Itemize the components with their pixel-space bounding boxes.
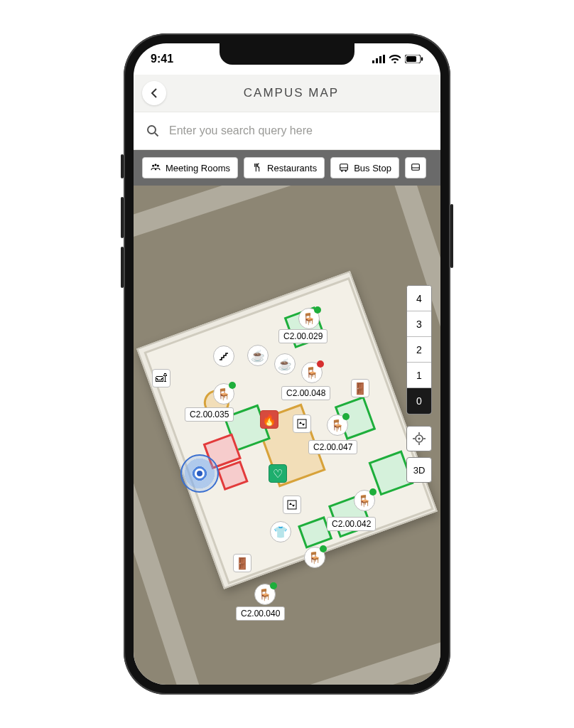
desk-icon[interactable]: 🪑 xyxy=(354,490,375,511)
svg-point-21 xyxy=(418,437,420,439)
coffee-icon[interactable]: ☕ xyxy=(274,353,296,375)
svg-point-15 xyxy=(345,171,347,172)
svg-rect-0 xyxy=(372,60,374,63)
svg-point-7 xyxy=(148,126,156,134)
svg-rect-5 xyxy=(406,56,416,62)
elevator-icon[interactable] xyxy=(293,414,311,433)
search-bar[interactable] xyxy=(134,112,440,150)
svg-rect-1 xyxy=(376,58,378,63)
bus-icon xyxy=(338,162,350,173)
svg-line-8 xyxy=(155,133,158,136)
desk-icon[interactable]: 🪑 xyxy=(304,547,325,568)
svg-rect-18 xyxy=(298,419,306,428)
svg-rect-2 xyxy=(379,56,381,63)
map-canvas[interactable]: 🪑 ☕ ☕ 🛋 🪑 🪑 🚪 🔥 🪑 ♡ 👕 🪑 🪑 🪑 🚪 C2.00.029 xyxy=(134,186,440,685)
view-3d-button[interactable]: 3D xyxy=(406,457,432,483)
floor-level-0[interactable]: 0 xyxy=(407,388,431,414)
door-icon[interactable]: 🚪 xyxy=(351,379,369,397)
back-button[interactable] xyxy=(142,81,166,105)
status-time: 9:41 xyxy=(151,53,173,65)
filter-label: Meeting Rooms xyxy=(166,163,230,173)
svg-point-14 xyxy=(341,171,342,172)
floor-level-4[interactable]: 4 xyxy=(407,286,431,311)
phone-power-button xyxy=(450,204,453,268)
locate-button[interactable] xyxy=(406,426,432,451)
filter-meeting-rooms[interactable]: Meeting Rooms xyxy=(142,157,238,178)
elevator-icon[interactable] xyxy=(283,496,301,514)
status-icons xyxy=(372,55,423,63)
phone-volume-down xyxy=(121,247,124,288)
search-input[interactable] xyxy=(169,124,428,137)
desk-icon[interactable]: 🪑 xyxy=(213,383,234,405)
chevron-left-icon xyxy=(151,88,158,98)
battery-icon xyxy=(405,55,423,63)
page-title: CAMPUS MAP xyxy=(175,86,432,100)
building-floorplan xyxy=(136,271,438,589)
phone-volume-up xyxy=(121,197,124,238)
meeting-icon xyxy=(150,162,161,173)
restaurant-icon xyxy=(251,162,263,173)
phone-frame: 9:41 CAMPUS MAP Meeting Rooms xyxy=(124,33,450,695)
filter-bus-stop[interactable]: Bus Stop xyxy=(330,157,399,178)
svg-rect-6 xyxy=(421,58,423,61)
filter-label: Bus Stop xyxy=(354,163,391,173)
floor-level-1[interactable]: 1 xyxy=(407,363,431,388)
filter-more[interactable] xyxy=(405,157,426,178)
room-label[interactable]: C2.00.047 xyxy=(308,440,357,454)
room-label[interactable]: C2.00.048 xyxy=(281,386,330,400)
svg-point-9 xyxy=(152,165,154,167)
desk-icon[interactable]: 🪑 xyxy=(298,308,320,329)
crosshair-icon xyxy=(413,432,426,445)
svg-rect-3 xyxy=(383,55,385,63)
filter-label: Restaurants xyxy=(267,163,317,173)
stairs-icon[interactable] xyxy=(213,346,234,367)
room-label[interactable]: C2.00.040 xyxy=(236,606,285,621)
filter-bar: Meeting Rooms Restaurants Bus Stop xyxy=(134,150,440,186)
wifi-icon xyxy=(389,55,401,63)
map-road xyxy=(134,186,440,246)
svg-rect-12 xyxy=(340,164,348,171)
fire-icon[interactable]: 🔥 xyxy=(260,410,278,429)
user-location-marker xyxy=(180,454,219,493)
door-icon[interactable]: 🚪 xyxy=(233,554,251,572)
desk-icon[interactable]: 🪑 xyxy=(327,414,348,436)
room-label[interactable]: C2.00.035 xyxy=(185,407,234,422)
floor-level-2[interactable]: 2 xyxy=(407,337,431,363)
phone-mute-switch xyxy=(121,154,124,178)
search-icon xyxy=(146,124,159,137)
desk-icon[interactable]: 🪑 xyxy=(254,584,276,605)
sofa-icon[interactable]: 🛋 xyxy=(152,369,170,387)
svg-rect-19 xyxy=(288,500,296,509)
svg-rect-16 xyxy=(412,164,420,171)
aed-icon[interactable]: ♡ xyxy=(269,464,287,483)
hanger-icon[interactable]: 👕 xyxy=(270,521,291,542)
floor-selector: 4 3 2 1 0 xyxy=(406,285,432,414)
bus-icon xyxy=(410,162,421,173)
room-label[interactable]: C2.00.042 xyxy=(327,517,376,531)
phone-notch xyxy=(220,43,354,65)
desk-icon[interactable]: 🪑 xyxy=(301,362,323,383)
floor-level-3[interactable]: 3 xyxy=(407,311,431,337)
coffee-icon[interactable]: ☕ xyxy=(247,345,269,366)
phone-screen: 9:41 CAMPUS MAP Meeting Rooms xyxy=(134,43,440,685)
filter-restaurants[interactable]: Restaurants xyxy=(244,157,325,178)
room-label[interactable]: C2.00.029 xyxy=(278,329,327,343)
cellular-icon xyxy=(372,55,385,63)
svg-point-10 xyxy=(157,165,159,167)
svg-point-11 xyxy=(155,164,157,166)
app-header: CAMPUS MAP xyxy=(134,75,440,112)
